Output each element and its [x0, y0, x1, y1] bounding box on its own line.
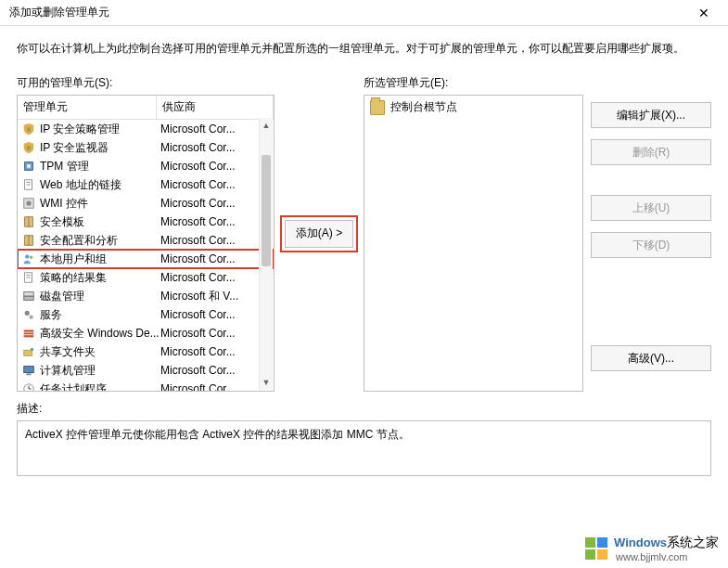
watermark-url: www.bjjmlv.com [616, 551, 719, 562]
snapin-vendor: Microsoft Cor... [160, 271, 274, 284]
col-header-snapin[interactable]: 管理单元 [18, 96, 157, 119]
snapin-vendor: Microsoft Cor... [160, 252, 274, 265]
windows-logo-icon [584, 536, 608, 561]
computer-icon [21, 363, 36, 378]
remove-button[interactable]: 删除(R) [591, 139, 711, 165]
doc-icon [21, 177, 36, 192]
snapin-name: IP 安全监视器 [40, 140, 160, 156]
snapin-name: 共享文件夹 [40, 344, 160, 360]
available-snapins-list[interactable]: 管理单元 供应商 IP 安全策略管理Microsoft Cor...IP 安全监… [17, 95, 275, 392]
snapin-name: TPM 管理 [40, 159, 160, 174]
snapin-vendor: Microsoft Cor... [160, 215, 274, 228]
snapin-row[interactable]: 本地用户和组Microsoft Cor... [18, 250, 274, 268]
shield-key-icon [21, 140, 36, 155]
snapin-row[interactable]: IP 安全监视器Microsoft Cor... [18, 138, 274, 157]
selected-snapins-list[interactable]: 控制台根节点 [364, 95, 583, 392]
snapin-name: 高级安全 Windows De... [40, 326, 160, 342]
edit-extensions-button[interactable]: 编辑扩展(X)... [591, 102, 711, 128]
folder-icon [370, 100, 385, 115]
snapin-name: 本地用户和组 [40, 252, 160, 267]
svg-rect-27 [24, 367, 34, 373]
clock-icon [21, 381, 36, 392]
snapin-name: WMI 控件 [40, 196, 160, 212]
disk-icon [21, 289, 36, 303]
svg-point-20 [25, 311, 30, 316]
snapin-vendor: Microsoft Cor... [160, 234, 274, 247]
snapin-vendor: Microsoft Cor... [160, 345, 274, 358]
scroll-up-icon[interactable]: ▲ [260, 118, 273, 133]
snapin-row[interactable]: 高级安全 Windows De...Microsoft Cor... [18, 324, 274, 342]
snapin-vendor: Microsoft Cor... [160, 123, 274, 136]
move-down-button[interactable]: 下移(D) [591, 232, 711, 258]
book-icon [21, 214, 36, 229]
watermark-brand-cn: 系统之家 [667, 536, 719, 549]
snapin-vendor: Microsoft Cor... [160, 160, 274, 173]
svg-point-26 [31, 348, 34, 352]
snapin-row[interactable]: 任务计划程序Microsoft Cor... [18, 380, 274, 392]
snapin-row[interactable]: 共享文件夹Microsoft Cor... [18, 342, 274, 361]
chip-icon [21, 159, 36, 174]
close-button[interactable]: ✕ [687, 2, 721, 24]
scrollbar[interactable]: ▲ ▼ [259, 118, 273, 390]
console-root-node[interactable]: 控制台根节点 [364, 96, 582, 119]
watermark: Windows系统之家 www.bjjmlv.com [584, 535, 719, 562]
snapin-row[interactable]: 策略的结果集Microsoft Cor... [18, 268, 274, 287]
available-label: 可用的管理单元(S): [17, 75, 275, 91]
svg-rect-1 [27, 146, 31, 149]
svg-point-13 [25, 254, 29, 258]
svg-rect-0 [27, 127, 31, 131]
add-button[interactable]: 添加(A) > [285, 220, 353, 248]
list-header: 管理单元 供应商 [18, 96, 274, 120]
snapin-row[interactable]: WMI 控件Microsoft Cor... [18, 194, 274, 213]
snapin-row[interactable]: IP 安全策略管理Microsoft Cor... [18, 120, 274, 138]
users-icon [21, 252, 36, 266]
snapin-vendor: Microsoft Cor... [160, 141, 274, 154]
move-up-button[interactable]: 上移(U) [591, 195, 711, 221]
window-title: 添加或删除管理单元 [9, 5, 109, 20]
snapin-row[interactable]: 计算机管理Microsoft Cor... [18, 361, 274, 380]
snapin-name: 策略的结果集 [40, 270, 160, 286]
snapin-name: 安全配置和分析 [40, 233, 160, 249]
svg-point-8 [26, 200, 31, 205]
scroll-down-icon[interactable]: ▼ [260, 375, 273, 390]
svg-rect-19 [24, 292, 34, 296]
snapin-name: 磁盘管理 [40, 289, 160, 304]
console-root-label: 控制台根节点 [390, 99, 457, 115]
snapin-row[interactable]: 安全模板Microsoft Cor... [18, 213, 274, 231]
snapin-name: Web 地址的链接 [40, 177, 160, 193]
col-header-vendor[interactable]: 供应商 [157, 96, 274, 119]
svg-point-14 [30, 256, 33, 260]
gear-box-icon [21, 196, 36, 211]
snapin-vendor: Microsoft 和 V... [160, 289, 274, 304]
intro-text: 你可以在计算机上为此控制台选择可用的管理单元并配置所选的一组管理单元。对于可扩展… [0, 26, 728, 75]
snapin-name: 任务计划程序 [40, 381, 160, 393]
snapin-vendor: Microsoft Cor... [160, 308, 274, 321]
titlebar: 添加或删除管理单元 ✕ [0, 0, 728, 26]
watermark-brand-en: Windows [614, 536, 667, 549]
snapin-vendor: Microsoft Cor... [160, 327, 274, 340]
svg-point-21 [29, 315, 32, 318]
snapin-vendor: Microsoft Cor... [160, 364, 274, 377]
selected-label: 所选管理单元(E): [364, 75, 583, 91]
doc-icon [21, 270, 36, 285]
snapin-row[interactable]: 安全配置和分析Microsoft Cor... [18, 231, 274, 250]
scroll-thumb[interactable] [262, 155, 271, 266]
share-icon [21, 344, 36, 359]
snapin-name: 服务 [40, 307, 160, 323]
snapin-vendor: Microsoft Cor... [160, 197, 274, 210]
description-box: ActiveX 控件管理单元使你能用包含 ActiveX 控件的结果视图添加 M… [17, 420, 711, 476]
snapin-row[interactable]: TPM 管理Microsoft Cor... [18, 157, 274, 175]
description-label: 描述: [17, 401, 711, 417]
book-icon [21, 233, 36, 248]
snapin-name: 安全模板 [40, 214, 160, 230]
snapin-vendor: Microsoft Cor... [160, 382, 274, 392]
snapin-row[interactable]: Web 地址的链接Microsoft Cor... [18, 175, 274, 194]
svg-rect-25 [24, 350, 32, 355]
snapin-name: 计算机管理 [40, 363, 160, 379]
snapin-row[interactable]: 服务Microsoft Cor... [18, 305, 274, 324]
snapin-name: IP 安全策略管理 [40, 122, 160, 137]
svg-rect-3 [27, 164, 31, 168]
svg-rect-28 [26, 374, 31, 376]
snapin-row[interactable]: 磁盘管理Microsoft 和 V... [18, 287, 274, 305]
advanced-button[interactable]: 高级(V)... [591, 345, 711, 371]
